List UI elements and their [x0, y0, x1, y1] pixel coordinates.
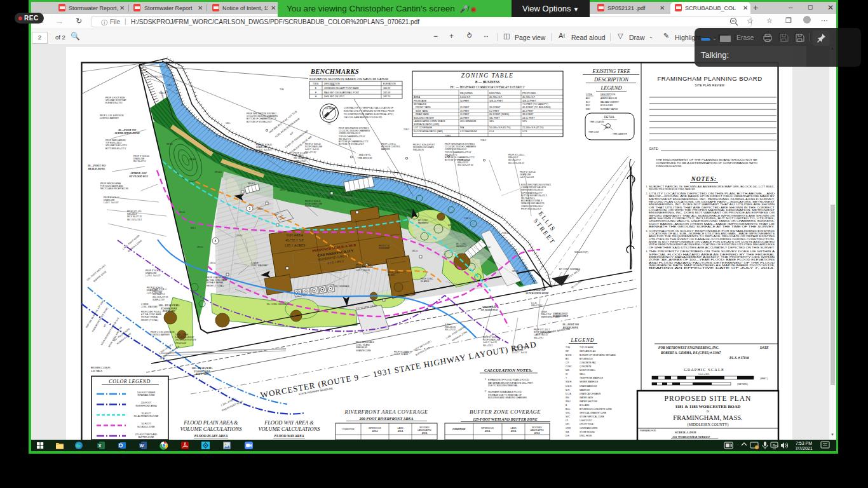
- svg-text:CONC. WALKWAY: CONC. WALKWAY: [251, 264, 268, 267]
- svg-text:TOB-15: TOB-15: [502, 232, 509, 234]
- svg-text:BALSAM CHERRY: BALSAM CHERRY: [600, 101, 620, 104]
- svg-text:TOB-9: TOB-9: [480, 139, 486, 142]
- svg-text:BCC: BCC: [566, 408, 571, 410]
- svg-text:C.P.: C.P.: [566, 362, 569, 364]
- svg-text:BOTTOM ELEV.=177.0’: BOTTOM ELEV.=177.0’: [105, 147, 126, 150]
- svg-text:15 FEET: 15 FEET: [460, 110, 470, 112]
- svg-text:RIVERFRONT AREA: RIVERFRONT AREA: [136, 405, 158, 407]
- svg-text:BEARING AN EFFECTIVE DATE OF J: BEARING AN EFFECTIVE DATE OF JULY 7, 201…: [649, 267, 775, 269]
- svg-text:DETAIL: DETAIL: [604, 115, 614, 119]
- svg-text:7/7/2021: 7/7/2021: [795, 446, 812, 451]
- svg-text:CONCRETE PAD: CONCRETE PAD: [580, 362, 597, 364]
- svg-text:AREA: AREA: [511, 430, 517, 433]
- svg-text:BIT.: BIT.: [566, 358, 569, 360]
- svg-text:NO-ALTERATION ZONE: NO-ALTERATION ZONE: [134, 415, 159, 417]
- svg-text:FOR METROWEST ENGINEERING, INC: FOR METROWEST ENGINEERING, INC.: [658, 346, 719, 349]
- svg-text:FRAMINGHAM, MASS.: FRAMINGHAM, MASS.: [673, 414, 742, 421]
- svg-text:TOB-8: TOB-8: [445, 135, 451, 137]
- svg-text:BUFFER ZONE COVERAGE: BUFFER ZONE COVERAGE: [470, 409, 541, 415]
- svg-text:WF-A12: WF-A12: [248, 182, 255, 185]
- svg-text:BOTTOM OF STONE=176.9’: BOTTOM OF STONE=176.9’: [339, 143, 364, 146]
- svg-text:LANDSCAPED: LANDSCAPED: [417, 429, 431, 431]
- svg-text:BITUMINOUS CONCRETE CURB: BITUMINOUS CONCRETE CURB: [580, 408, 612, 410]
- svg-text:VERTICAL GRANITE CURB: VERTICAL GRANITE CURB: [580, 412, 607, 414]
- svg-text:L=49.7’, S=0.01: L=49.7’, S=0.01: [356, 269, 370, 271]
- svg-text:BROKEN C.U.B.(F): BROKEN C.U.B.(F): [91, 367, 111, 369]
- svg-text:GRANITE CURB: GRANITE CURB: [356, 349, 370, 352]
- svg-text:T.B.M.: T.B.M.: [313, 83, 319, 85]
- svg-text:S.B.: S.B.: [566, 431, 569, 433]
- svg-text:LAWN: LAWN: [510, 427, 517, 430]
- svg-text:7:53 PM: 7:53 PM: [796, 441, 812, 445]
- svg-text:DHN SET ON UP#1: DHN SET ON UP#1: [324, 95, 344, 98]
- svg-text:18± FEET: 18± FEET: [489, 117, 500, 119]
- svg-text:THE ENDORSEMENT OF THE PLANNIN: THE ENDORSEMENT OF THE PLANNING BOARD SH…: [656, 159, 758, 161]
- svg-text:ELEV=183’: ELEV=183’: [162, 309, 176, 313]
- svg-text:CONTROL BARRIER: CONTROL BARRIER: [151, 334, 170, 336]
- svg-text:185.5±: 185.5±: [412, 250, 418, 252]
- svg-text:EMERGENCY: EMERGENCY: [553, 313, 568, 315]
- svg-text:P.L.S. # 37046: P.L.S. # 37046: [729, 356, 749, 360]
- svg-text:50 FEET: 50 FEET: [460, 100, 470, 102]
- svg-text:LOT AREA: LOT AREA: [287, 233, 304, 237]
- svg-text:25 FEET: 25 FEET: [460, 106, 470, 109]
- svg-text:BUILD ZONE: BUILD ZONE: [562, 326, 579, 329]
- svg-text:WF-C2: WF-C2: [448, 224, 454, 227]
- svg-text:FLOOR AREA RATIO (FAR): FLOOR AREA RATIO (FAR): [414, 130, 443, 133]
- svg-text:DUE TO BUILDING REMOVAL.: DUE TO BUILDING REMOVAL.: [488, 384, 519, 387]
- svg-text:3.: 3.: [646, 230, 648, 233]
- svg-text:50-FOOT: 50-FOOT: [142, 423, 152, 425]
- svg-text:TOB-10: TOB-10: [393, 201, 400, 204]
- svg-text:AREA: AREA: [414, 96, 421, 98]
- svg-text:CHISELED IN LAMP POST BASE: CHISELED IN LAMP POST BASE: [324, 87, 359, 90]
- svg-text:INV.=177.45’: INV.=177.45’: [305, 151, 316, 154]
- svg-text:EXISTING TREE: EXISTING TREE: [592, 68, 630, 74]
- svg-text:MW: MW: [566, 369, 570, 372]
- svg-text:TOB-13: TOB-13: [464, 217, 471, 220]
- svg-text:CHD=314.26’: CHD=314.26’: [175, 342, 187, 344]
- svg-text:50,036± S.F.(65.7%): 50,036± S.F.(65.7%): [489, 126, 511, 129]
- svg-text:FLOOD WAY AREA: FLOOD WAY AREA: [274, 434, 304, 438]
- svg-text:182.69’: 182.69’: [383, 92, 391, 94]
- svg-text:0.45’ BACK: 0.45’ BACK: [91, 370, 103, 372]
- svg-text:SITE PLAN REVIEW: SITE PLAN REVIEW: [695, 84, 725, 87]
- svg-text:39.6 FEET: 39.6 FEET: [522, 113, 534, 116]
- svg-text:BX#: BX#: [586, 104, 590, 107]
- svg-text:S.B.w/D.H.(F): S.B.w/D.H.(F): [574, 251, 588, 254]
- svg-text:1: 1: [485, 378, 486, 381]
- svg-text:183.1±: 183.1±: [236, 234, 243, 237]
- svg-text:2.: 2.: [646, 193, 648, 195]
- svg-text:30-FOOT: 30-FOOT: [142, 412, 152, 415]
- svg-text:CALL DIG-SAFE BEFORE YOU DIG 8: CALL DIG-SAFE BEFORE YOU DIG 811.: [344, 116, 383, 119]
- svg-text:BOLLARD: BOLLARD: [580, 404, 590, 407]
- svg-text:WOODED/: WOODED/: [532, 426, 542, 429]
- svg-text:CONDITION: CONDITION: [342, 428, 355, 431]
- svg-text:L=6.9’, S=0.023: L=6.9’, S=0.023: [520, 176, 534, 179]
- svg-text:ISLAND: ISLAND: [388, 274, 395, 276]
- svg-text:TREE CODE: TREE CODE: [588, 131, 599, 133]
- svg-text:WF: WF: [566, 350, 569, 353]
- svg-text:L=44.3’, S=0.01: L=44.3’, S=0.01: [305, 205, 319, 208]
- svg-text:ELEV=183’: ELEV=183’: [195, 372, 209, 376]
- svg-text:ELEVATION=179.5’: ELEVATION=179.5’: [105, 102, 123, 104]
- svg-text:0.13: 0.13: [522, 130, 527, 133]
- svg-text:RECORD TITLE FROM BOOK 77402,: RECORD TITLE FROM BOOK 77402, PAGE 309.: [649, 188, 695, 191]
- svg-text:MONITOR WELL: MONITOR WELL: [580, 369, 596, 372]
- svg-text:NM#: NM#: [586, 108, 590, 111]
- svg-text:FLOOD PLAIN AREA &: FLOOD PLAIN AREA &: [183, 419, 238, 426]
- svg-text:WF-B8: WF-B8: [407, 209, 413, 212]
- svg-text:NO-BUILD ZONE: NO-BUILD ZONE: [137, 426, 155, 428]
- svg-text:184.1±: 184.1±: [438, 196, 445, 199]
- svg-text:UTILITY POLE: UTILITY POLE: [580, 423, 594, 426]
- svg-text:182.70’: 182.70’: [383, 95, 391, 98]
- svg-text:MAG SET ON GUARDRAIL POST: MAG SET ON GUARDRAIL POST: [324, 92, 360, 94]
- svg-text:LANDSCAPED: LANDSCAPED: [530, 429, 544, 431]
- svg-text:FRONTAGE: FRONTAGE: [414, 100, 427, 102]
- svg-text:D.C.B.: D.C.B.: [566, 393, 572, 395]
- svg-text:SIDE YARD: SIDE YARD: [414, 110, 428, 112]
- svg-text:EXISTING: EXISTING: [489, 92, 501, 95]
- svg-text:EXPANSION OF FLOOD PLAIN & FLO: EXPANSION OF FLOOD PLAIN & FLOOD: [488, 379, 529, 381]
- svg-text:UP#: UP#: [566, 423, 570, 426]
- svg-text:LOT COVERAGE: LOT COVERAGE: [414, 126, 433, 129]
- svg-text:H: H: [315, 95, 317, 98]
